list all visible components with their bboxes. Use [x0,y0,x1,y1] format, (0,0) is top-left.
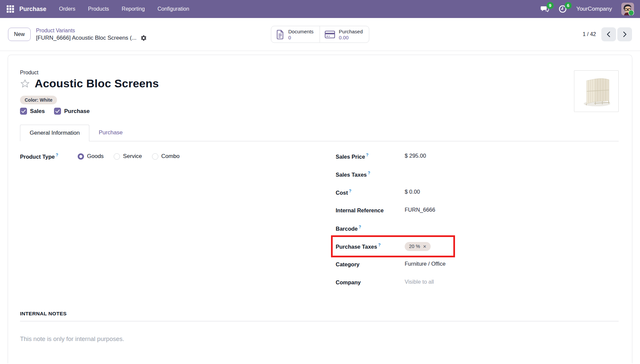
product-type-radio-group: Goods Service Combo [78,153,180,160]
purchased-stat-button[interactable]: Purchased 0.00 [320,26,369,43]
internal-reference-label: Internal Reference [336,207,405,214]
notebook-tabs: General Information Purchase [20,125,619,141]
chevron-left-icon [606,31,611,37]
help-icon[interactable]: ? [349,189,351,193]
new-button[interactable]: New [8,28,31,41]
messages-icon[interactable]: 9 [540,5,549,13]
pager-next-button[interactable] [617,27,632,41]
control-panel: New Product Variants [FURN_6666] Acousti… [0,18,640,51]
pager-previous-button[interactable] [601,27,616,41]
purchase-checkbox-label: Purchase [64,108,90,115]
radio-unselected-icon [114,153,120,160]
sales-price-label: Sales Price? [336,153,405,160]
stat-buttons: Documents 0 Purchased 0.00 [271,26,369,43]
pager-counter: 1 / 42 [583,31,596,37]
apps-menu-icon[interactable] [7,5,14,13]
menu-configuration[interactable]: Configuration [157,6,189,12]
category-label: Category [336,261,405,268]
pager: 1 / 42 [583,27,632,41]
field-row: Barcode? [336,223,619,233]
menu-reporting[interactable]: Reporting [122,6,145,12]
menu-orders[interactable]: Orders [59,6,75,12]
company-input[interactable]: Visible to all [405,279,465,286]
chevron-right-icon [622,31,627,37]
radio-goods[interactable]: Goods [78,153,104,160]
activities-icon[interactable]: 6 [558,5,567,13]
radio-selected-icon [78,153,84,160]
main-menu: Orders Products Reporting Configuration [59,6,189,12]
category-input[interactable]: Furniture / Office [405,261,465,268]
form-sheet: Product Acoustic Bloc Screens Color: Whi… [8,55,632,363]
checkbox-checked-icon [20,108,27,115]
documents-label: Documents [288,29,314,34]
gear-icon[interactable] [140,35,147,41]
help-icon[interactable]: ? [368,171,370,175]
help-icon[interactable]: ? [366,153,368,157]
variant-tag: Color: White [20,96,57,104]
field-row: Category Furniture / Office [336,259,619,269]
sales-price-input[interactable]: $ 295.00 [405,153,465,160]
field-row: Cost? $ 0.00 [336,187,619,197]
top-navbar: Purchase Orders Products Reporting Confi… [0,0,640,18]
barcode-input[interactable] [405,225,465,232]
cost-input[interactable]: $ 0.00 [405,189,465,196]
tag-remove-icon[interactable]: × [423,244,426,249]
documents-stat-button[interactable]: Documents 0 [271,26,320,43]
radio-unselected-icon [152,153,158,160]
company-label: Company [336,279,405,286]
help-icon[interactable]: ? [378,243,380,247]
company-name[interactable]: YourCompany [576,6,612,12]
radio-service[interactable]: Service [114,153,142,160]
documents-value: 0 [288,35,291,40]
sales-taxes-input[interactable] [405,171,465,178]
app-name[interactable]: Purchase [19,6,46,13]
radio-combo[interactable]: Combo [152,153,180,160]
purchase-tax-tag: 20 % × [405,242,431,251]
field-row-purchase-taxes: Purchase Taxes? 20 % × [336,241,619,251]
record-type-label: Product [20,70,159,76]
purchased-value: 0.00 [339,35,349,40]
breadcrumb-product-variants[interactable]: Product Variants [36,28,147,34]
messages-badge: 9 [547,2,554,9]
sales-checkbox[interactable]: Sales [20,108,45,115]
purchase-taxes-label: Purchase Taxes? [336,243,405,250]
field-row: Sales Taxes? [336,169,619,179]
favorite-star-icon[interactable] [20,79,30,89]
systray: 9 6 YourCompany [540,3,634,15]
field-row: Internal Reference FURN_6666 [336,205,619,215]
help-icon[interactable]: ? [56,153,58,157]
checkbox-checked-icon [54,108,61,115]
tab-general-information[interactable]: General Information [20,125,89,141]
purchase-taxes-input[interactable]: 20 % × [405,242,465,251]
menu-products[interactable]: Products [88,6,109,12]
credit-card-icon [325,30,335,39]
internal-reference-input[interactable]: FURN_6666 [405,207,465,214]
activities-badge: 6 [565,2,572,9]
field-row: Sales Price? $ 295.00 [336,151,619,161]
internal-notes-section: INTERNAL NOTES This note is only for int… [20,311,619,343]
sales-taxes-label: Sales Taxes? [336,171,405,178]
product-image[interactable] [574,70,619,112]
breadcrumb: Product Variants [FURN_6666] Acoustic Bl… [36,28,147,41]
field-row: Company Visible to all [336,277,619,287]
document-icon [276,29,285,39]
user-avatar[interactable] [621,3,634,15]
sales-checkbox-label: Sales [30,108,45,115]
avatar-image [621,3,634,15]
acoustic-screen-thumbnail [574,71,618,112]
help-icon[interactable]: ? [359,225,361,229]
purchase-tax-tag-label: 20 % [409,244,420,249]
internal-notes-heading: INTERNAL NOTES [20,311,619,321]
cost-label: Cost? [336,189,405,196]
internal-notes-input[interactable]: This note is only for internal purposes. [20,335,619,343]
barcode-label: Barcode? [336,225,405,232]
product-title[interactable]: Acoustic Bloc Screens [35,77,159,90]
tab-purchase[interactable]: Purchase [89,125,132,141]
purchased-label: Purchased [339,29,363,34]
purchase-checkbox[interactable]: Purchase [54,108,90,115]
breadcrumb-current: [FURN_6666] Acoustic Bloc Screens (... [36,35,136,41]
